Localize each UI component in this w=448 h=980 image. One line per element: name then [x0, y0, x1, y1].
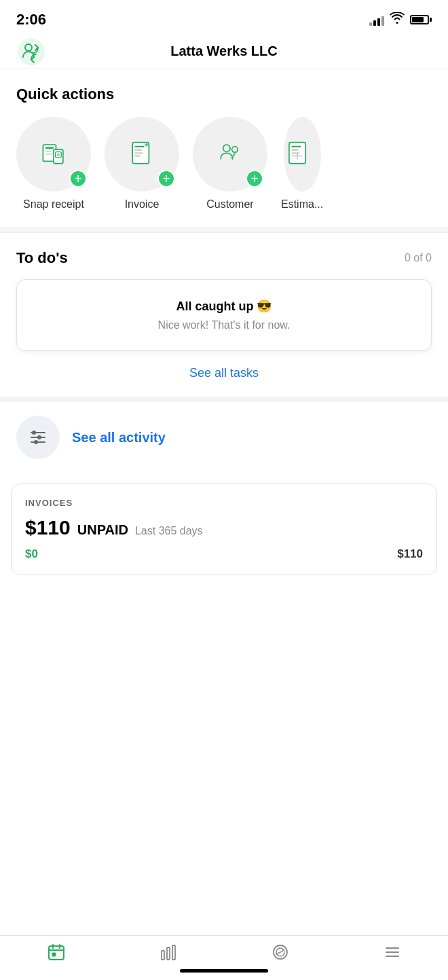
- invoices-row: $0 $110: [25, 547, 423, 561]
- status-time: 2:06: [16, 11, 46, 29]
- snap-receipt-label: Snap receipt: [23, 198, 84, 211]
- svg-rect-35: [167, 947, 170, 960]
- home-indicator: [0, 961, 448, 980]
- snap-receipt-plus: +: [69, 170, 87, 187]
- svg-rect-12: [135, 152, 143, 153]
- customer-label: Customer: [206, 198, 253, 211]
- see-all-tasks-link[interactable]: See all tasks: [16, 366, 432, 380]
- quick-action-estimate[interactable]: Estima...: [281, 117, 323, 211]
- invoices-period: Last 365 days: [135, 525, 203, 537]
- svg-rect-5: [45, 153, 52, 155]
- estimate-label: Estima...: [281, 198, 323, 211]
- section-divider-1: [0, 227, 448, 232]
- invoices-amount: $110: [25, 516, 71, 539]
- invoices-label: INVOICES: [25, 498, 423, 508]
- svg-rect-4: [45, 151, 52, 152]
- svg-rect-18: [292, 146, 301, 147]
- see-all-activity-link[interactable]: See all activity: [72, 430, 166, 446]
- todos-card-subtitle: Nice work! That's it for now.: [31, 319, 417, 331]
- svg-rect-3: [45, 147, 54, 149]
- quick-action-invoice[interactable]: + Invoice: [105, 117, 179, 211]
- svg-rect-19: [292, 149, 299, 151]
- invoice-plus: +: [157, 170, 175, 187]
- menu-icon: [382, 943, 403, 962]
- quick-actions-heading: Quick actions: [16, 86, 432, 103]
- svg-rect-10: [135, 146, 145, 147]
- todos-header: To do's 0 of 0: [16, 249, 432, 267]
- svg-point-16: [232, 147, 238, 153]
- invoices-green-amount: $0: [25, 547, 38, 561]
- svg-rect-34: [162, 951, 164, 960]
- todos-section: To do's 0 of 0 All caught up 😎 Nice work…: [0, 232, 448, 397]
- invoice-label: Invoice: [125, 198, 160, 211]
- snap-receipt-circle: +: [16, 117, 91, 192]
- my-business-icon: [158, 943, 179, 962]
- svg-rect-29: [49, 946, 64, 960]
- activity-icon: [16, 416, 60, 459]
- customer-circle: +: [193, 117, 267, 192]
- svg-point-26: [32, 431, 36, 435]
- svg-point-27: [37, 435, 41, 439]
- activity-section: See all activity: [0, 397, 448, 473]
- invoice-circle: +: [105, 117, 179, 192]
- wifi-icon: [390, 12, 405, 28]
- svg-point-8: [57, 153, 60, 156]
- quick-actions-section: Quick actions + Snap receipt: [0, 69, 448, 227]
- invoices-section: INVOICES $110 UNPAID Last 365 days $0 $1…: [11, 484, 437, 575]
- status-icons: [369, 12, 432, 28]
- customer-plus: +: [246, 170, 263, 187]
- svg-rect-36: [172, 945, 175, 960]
- svg-rect-33: [52, 953, 56, 956]
- company-name: Latta Werks LLC: [170, 43, 277, 59]
- quick-action-customer[interactable]: + Customer: [193, 117, 267, 211]
- today-icon: [46, 943, 67, 962]
- svg-rect-20: [292, 152, 300, 153]
- home-bar: [180, 969, 268, 973]
- invoices-status: UNPAID: [77, 522, 128, 538]
- signal-icon: [369, 14, 384, 26]
- status-bar: 2:06: [0, 0, 448, 35]
- quick-actions-list: + Snap receipt + Invoice: [16, 117, 432, 216]
- todos-card: All caught up 😎 Nice work! That's it for…: [16, 279, 432, 351]
- estimate-circle: [284, 117, 321, 192]
- svg-rect-11: [135, 149, 142, 151]
- header-logo[interactable]: [16, 37, 46, 67]
- svg-point-15: [223, 145, 230, 151]
- todos-heading: To do's: [16, 249, 68, 267]
- todos-count: 0 of 0: [405, 252, 432, 264]
- todos-card-title: All caught up 😎: [31, 299, 417, 314]
- svg-rect-13: [135, 156, 141, 157]
- cash-flow-icon: [270, 943, 291, 962]
- invoices-unpaid: $110 UNPAID Last 365 days: [25, 516, 423, 539]
- invoices-dark-amount: $110: [397, 547, 423, 561]
- battery-icon: [410, 15, 432, 24]
- svg-point-28: [34, 440, 38, 444]
- app-header: Latta Werks LLC: [0, 35, 448, 69]
- quick-action-snap-receipt[interactable]: + Snap receipt: [16, 117, 91, 211]
